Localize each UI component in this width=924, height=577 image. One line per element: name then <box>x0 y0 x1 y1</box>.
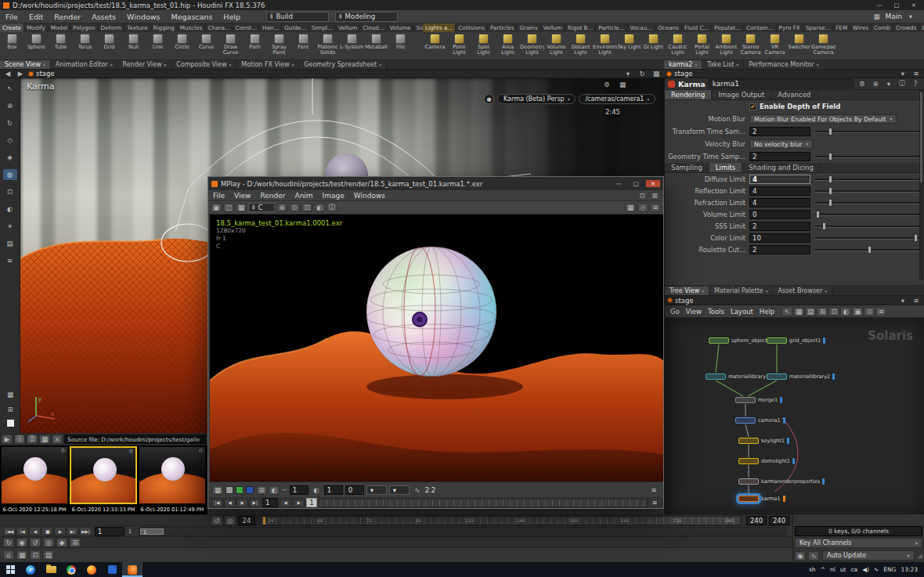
network-node[interactable]: grid_object1 <box>767 337 825 344</box>
slider-handle[interactable] <box>822 222 826 230</box>
options-icon[interactable]: ≡ <box>3 255 17 266</box>
display-icon[interactable]: ▤ <box>3 238 17 249</box>
select-icon[interactable]: ↖ <box>781 307 792 316</box>
forward-icon[interactable]: ▶ <box>15 69 26 78</box>
key-all-channels-menu[interactable]: Key All Channels <box>795 538 922 548</box>
color-icon[interactable]: ◐ <box>840 307 851 316</box>
geo-samples-field[interactable]: 2 <box>749 152 810 161</box>
close-button[interactable]: × <box>646 180 660 187</box>
transport-button[interactable]: ▶▶| <box>79 527 92 536</box>
shelf-tool[interactable]: Geometry Light <box>520 32 544 60</box>
node-badge[interactable] <box>738 478 759 485</box>
limit-slider[interactable] <box>815 175 919 184</box>
minus-icon[interactable]: − <box>282 486 287 493</box>
view-icon[interactable]: ◎ <box>3 169 17 180</box>
node-badge[interactable] <box>735 397 756 403</box>
limit-slider[interactable] <box>815 198 919 207</box>
menu-item[interactable]: Edit <box>23 10 49 23</box>
node-display-flag[interactable] <box>822 478 825 485</box>
notes-icon[interactable]: ▣ <box>852 307 863 316</box>
pane-tab[interactable]: Asset Browser <box>773 287 832 295</box>
frame-forward-button[interactable]: ▶ <box>293 499 305 507</box>
transport-button[interactable]: |◀ <box>16 527 28 536</box>
clock[interactable]: 13:23 <box>901 566 918 573</box>
shelf-tab[interactable]: Const... <box>233 23 260 32</box>
shelf-tab[interactable]: Simpl... <box>309 23 336 32</box>
network-node[interactable]: domelight1 <box>738 457 795 465</box>
shelf-tab[interactable]: Grains <box>517 23 540 32</box>
pane-tab[interactable]: karma2 <box>664 60 702 69</box>
flipbook-b-icon[interactable]: Ⓑ <box>27 435 38 444</box>
audio-icon[interactable]: ◎ <box>225 516 236 525</box>
slider-handle[interactable] <box>828 153 832 160</box>
shelf-tool[interactable]: Torus <box>73 32 97 60</box>
playback-range-slider[interactable]: 1 <box>139 527 786 536</box>
menu-item[interactable]: Layout <box>727 308 756 316</box>
shelf-tool[interactable]: Box <box>0 32 24 60</box>
shelf-tool[interactable]: GI Light <box>641 32 666 60</box>
xform-samples-field[interactable]: 2 <box>749 127 810 136</box>
undo-icon[interactable]: ↺ <box>30 538 41 547</box>
limit-value-field[interactable]: 4 <box>749 186 810 196</box>
minimize-button[interactable]: — <box>612 180 626 187</box>
slider-handle[interactable] <box>828 187 832 195</box>
pane-tab[interactable]: Composite View <box>171 60 236 69</box>
pane-tab[interactable]: Scene View <box>0 60 51 69</box>
shelf-tab[interactable]: SideF... <box>413 23 423 32</box>
limit-slider[interactable] <box>815 245 919 254</box>
auto-update-menu[interactable]: Auto Update <box>822 550 915 561</box>
shelf-tool[interactable]: Line <box>146 32 170 60</box>
layout-icon[interactable]: ▦ <box>236 203 247 212</box>
menu-item[interactable]: View <box>683 308 705 316</box>
maximize-button[interactable]: ▢ <box>629 180 643 187</box>
colorspace-combo[interactable]: ▾ <box>389 485 410 495</box>
node-display-flag[interactable] <box>783 496 785 502</box>
pane-tab[interactable]: Take List <box>702 60 744 69</box>
shelf-tool[interactable]: Spray Paint <box>267 32 291 60</box>
shelf-tab[interactable]: Particles <box>488 23 517 32</box>
star-icon[interactable]: ☆ <box>128 448 134 455</box>
menu-item[interactable]: Tools <box>705 308 727 316</box>
shelf-tool[interactable]: Draw Curve <box>218 32 243 60</box>
shelf-tool[interactable]: Distant Light <box>568 32 593 60</box>
shelf-tab[interactable]: Model <box>49 23 71 32</box>
transport-button[interactable]: |◀◀ <box>3 527 16 536</box>
menu-icon[interactable]: ≡ <box>650 203 661 212</box>
update-icon[interactable]: ↻ <box>637 69 648 78</box>
pane-tab[interactable]: Tree View <box>665 287 709 295</box>
frame-back-button[interactable]: ◀ <box>280 499 291 507</box>
camera-lock-icon[interactable]: ● <box>484 94 494 104</box>
param-tab[interactable]: Advanced <box>771 90 818 99</box>
shelf-tab[interactable]: Create <box>0 23 24 32</box>
layout-icon[interactable]: ▦ <box>793 307 804 316</box>
shelf-tool[interactable]: Curve <box>194 32 218 60</box>
channels-icon[interactable]: ▦ <box>212 485 223 495</box>
half-circle-icon[interactable]: ◐ <box>311 485 322 495</box>
slider-handle[interactable] <box>816 211 820 218</box>
spline-icon[interactable]: ∿ <box>808 551 819 561</box>
tray-item[interactable]: nl <box>830 566 836 573</box>
background-icon[interactable]: ◐ <box>314 203 325 212</box>
shelf-tab[interactable]: Contain... <box>744 23 777 32</box>
network-node[interactable]: sphere_object1 <box>709 337 775 344</box>
pan-icon[interactable]: ⊕ <box>276 203 287 212</box>
node-badge[interactable] <box>706 373 726 380</box>
renderer-menu[interactable]: Karma (Beta) Persp <box>497 94 576 104</box>
taskbar-houdini[interactable] <box>122 562 143 577</box>
slider-handle[interactable] <box>828 175 832 183</box>
shelf-tool[interactable]: Tube <box>49 32 73 60</box>
shelf-tool[interactable]: Null <box>121 32 146 60</box>
close-button[interactable]: × <box>907 2 921 9</box>
pane-tab[interactable]: Material Palette <box>709 287 774 295</box>
star-icon[interactable]: ☆ <box>198 447 204 454</box>
black-point-field[interactable]: 0 <box>345 485 364 495</box>
menu-icon[interactable]: ≡ <box>875 307 886 316</box>
menu-item[interactable]: Go <box>667 308 683 316</box>
dof-checkbox[interactable]: ✔ <box>749 103 756 110</box>
pane-tab[interactable]: Animation Editor <box>51 60 118 69</box>
scrollbar[interactable] <box>919 90 923 280</box>
slider-handle[interactable] <box>868 246 872 254</box>
shelf-tab[interactable]: Particle... <box>596 23 627 32</box>
limit-value-field[interactable]: 4 <box>749 198 810 207</box>
menu-item[interactable]: Windows <box>349 192 390 200</box>
